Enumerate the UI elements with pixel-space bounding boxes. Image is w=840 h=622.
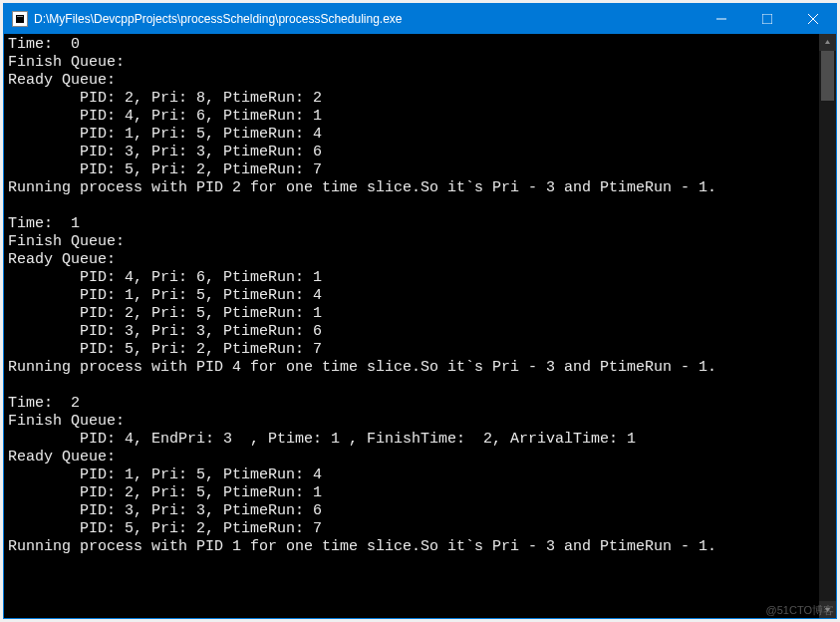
console-output: Time: 0 Finish Queue: Ready Queue: PID: …: [4, 34, 819, 618]
close-button[interactable]: [790, 4, 836, 34]
console-window: D:\MyFiles\DevcppProjects\processScheldi…: [3, 3, 837, 619]
app-icon: [12, 11, 28, 27]
svg-rect-3: [762, 14, 772, 24]
vertical-scrollbar[interactable]: [819, 34, 836, 618]
scroll-up-button[interactable]: [819, 34, 836, 51]
window-title: D:\MyFiles\DevcppProjects\processScheldi…: [34, 12, 699, 26]
titlebar[interactable]: D:\MyFiles\DevcppProjects\processScheldi…: [4, 4, 836, 34]
svg-rect-1: [17, 16, 23, 17]
scroll-thumb[interactable]: [821, 51, 834, 101]
svg-marker-6: [825, 40, 830, 44]
watermark: @51CTO博客: [766, 603, 834, 618]
minimize-button[interactable]: [699, 4, 744, 34]
client-area: Time: 0 Finish Queue: Ready Queue: PID: …: [4, 34, 836, 618]
maximize-button[interactable]: [744, 4, 790, 34]
